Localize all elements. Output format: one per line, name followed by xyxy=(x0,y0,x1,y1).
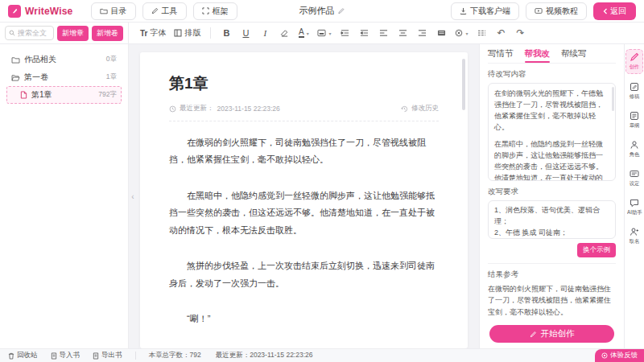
chapter-meta: 最近更新： 2023-11-15 22:23:26 修改历史 xyxy=(169,104,439,121)
tab-help-continue[interactable]: 帮续写 xyxy=(561,44,587,63)
card-icon xyxy=(630,169,639,179)
line-spacing-button[interactable] xyxy=(473,25,490,41)
indent-decrease-icon xyxy=(360,29,369,37)
folder-open-icon xyxy=(11,74,20,81)
underline-button[interactable]: U xyxy=(237,25,254,41)
ai-assist-panel: 写情节 帮我改 帮续写 待改写内容 在剑的微弱火光的照耀下，午德勉强挡住了一刀，… xyxy=(479,44,624,348)
catalog-button[interactable]: 目录 xyxy=(91,2,136,20)
chapter-sidebar: 作品相关 0章 第一卷 1章 第1章 792字 xyxy=(0,44,129,348)
person-icon xyxy=(630,140,639,150)
search-input[interactable] xyxy=(18,29,50,37)
sidebar-item-related[interactable]: 作品相关 0章 xyxy=(6,51,122,68)
textarea-scrollbar[interactable] xyxy=(612,87,614,111)
layout-button[interactable]: 排版 xyxy=(171,25,204,41)
recycle-bin-button[interactable]: 回收站 xyxy=(8,351,38,360)
history-link[interactable]: 修改历史 xyxy=(411,104,439,113)
rail-item-naming[interactable]: 取名 xyxy=(625,224,643,248)
trash-icon xyxy=(8,352,14,360)
rail-item-outline[interactable]: 章纲 xyxy=(625,109,643,132)
doc-edit-icon xyxy=(630,82,639,92)
rewrite-source-textarea[interactable]: 在剑的微弱火光的照耀下，午德勉强挡住了一刀，尽管视线被阻挡，他紧紧握住宝剑，毫不… xyxy=(488,83,616,181)
updated-time: 2023-11-15 22:23:26 xyxy=(217,105,280,113)
chevron-down-icon: ▾ xyxy=(307,31,309,36)
doc-list-icon xyxy=(630,111,639,121)
add-chapter-button[interactable]: 新增章 xyxy=(57,26,89,41)
requirements-textarea[interactable]: 1、润色段落、语句优美、逻辑合理； 2、午德 换成 司徒南； 3、打斗桥段华丽无… xyxy=(488,200,616,239)
chapter-body[interactable]: 在微弱的剑火照耀下，司徒南勉强挡住了一刀，尽管视线被阻挡，他紧紧握住宝剑，毫不敢… xyxy=(169,121,439,348)
download-client-button[interactable]: 下载客户端 xyxy=(451,2,519,20)
rail-item-settings[interactable]: 设定 xyxy=(625,167,643,190)
toolbar-divider xyxy=(210,27,211,39)
assist-tabs: 写情节 帮我改 帮续写 xyxy=(488,44,616,64)
chevron-down-icon: ▾ xyxy=(328,31,331,36)
editor-scrollbar[interactable] xyxy=(462,59,465,110)
highlight-icon xyxy=(317,29,326,37)
rail-item-characters[interactable]: 角色 xyxy=(625,138,643,161)
frame-button[interactable]: 框架 xyxy=(193,2,237,20)
editor-page[interactable]: 第1章 最近更新： 2023-11-15 22:23:26 修改历史 在微弱的剑… xyxy=(140,52,468,348)
folder-icon xyxy=(100,7,108,14)
change-example-button[interactable]: 换个示例 xyxy=(577,243,616,257)
word-count: 792字 xyxy=(98,90,117,100)
indent-decrease-button[interactable] xyxy=(355,25,373,41)
content-row: 作品相关 0章 第一卷 1章 第1章 792字 ‹ 第1章 最 xyxy=(0,44,644,348)
paragraph: “唰！” xyxy=(169,311,439,327)
result-reference: 在微弱的剑火照耀下，司徒南勉强挡住了一刀，尽管视线被阻挡，他紧紧握住宝剑，毫不敢… xyxy=(488,283,616,321)
highlight-button[interactable]: ▾ xyxy=(314,25,334,41)
bold-button[interactable]: B xyxy=(217,25,235,41)
tab-help-rewrite[interactable]: 帮我改 xyxy=(525,44,551,63)
edit-title-icon[interactable] xyxy=(338,7,345,14)
start-create-button[interactable]: 开始创作 xyxy=(489,325,614,343)
align-right-button[interactable] xyxy=(413,25,431,41)
font-color-icon: A xyxy=(299,28,304,38)
collapse-sidebar-handle[interactable]: ‹ xyxy=(129,183,137,210)
doc-title-area: 示例作品 xyxy=(299,5,345,17)
indent-increase-button[interactable] xyxy=(336,25,353,41)
chapter-title: 第1章 xyxy=(169,73,439,94)
undo-button[interactable]: ↶ xyxy=(492,25,510,41)
tab-write-plot[interactable]: 写情节 xyxy=(488,44,514,63)
pen-icon xyxy=(530,331,537,338)
align-center-button[interactable] xyxy=(394,25,411,41)
export-book-button[interactable]: 导出书 xyxy=(93,351,122,360)
person-tag-icon xyxy=(630,227,639,237)
import-book-button[interactable]: 导入书 xyxy=(51,351,80,360)
sidebar-item-volume-1[interactable]: 第一卷 1章 xyxy=(6,68,122,86)
font-button[interactable]: Tr 字体 xyxy=(137,25,169,41)
add-volume-button[interactable]: 新增卷 xyxy=(92,26,123,41)
align-left-button[interactable] xyxy=(374,25,392,41)
download-icon xyxy=(460,7,467,15)
search-box xyxy=(5,26,54,40)
updated-time-value: 2023-11-15 22:23:26 xyxy=(250,351,312,359)
sidebar-item-chapter-1[interactable]: 第1章 792字 xyxy=(6,86,122,104)
redo-button[interactable]: ↷ xyxy=(511,25,529,41)
logo-icon xyxy=(8,5,21,18)
align-center-icon xyxy=(398,29,407,37)
chapter-count: 0章 xyxy=(106,55,117,64)
clock-icon xyxy=(169,105,176,113)
font-color-button[interactable]: A ▾ xyxy=(295,25,312,41)
line-spacing-icon xyxy=(477,29,486,37)
logo-text: WriteWise xyxy=(25,6,73,17)
back-button[interactable]: 返回 xyxy=(593,2,636,20)
chevron-down-icon: ▾ xyxy=(465,31,468,36)
format-painter-button[interactable] xyxy=(275,25,293,41)
italic-button[interactable]: I xyxy=(256,25,274,41)
video-tutorial-button[interactable]: 视频教程 xyxy=(526,2,587,20)
chevron-left-icon xyxy=(603,8,608,14)
chapter-count: 1章 xyxy=(106,72,117,82)
feedback-button[interactable]: 体验反馈 xyxy=(595,349,644,362)
clear-format-button[interactable]: ▾ xyxy=(452,25,471,41)
top-header: WriteWise 目录 工具 框架 示例作品 下载客户端 xyxy=(0,0,644,23)
rail-item-revise[interactable]: 修稿 xyxy=(625,80,643,103)
background-fill-button[interactable] xyxy=(432,25,450,41)
align-right-icon xyxy=(418,29,427,37)
status-bar: 回收站 导入书 导出书 本章总字数：792 最近更新：2023-11-15 22… xyxy=(0,348,644,362)
frame-icon xyxy=(202,7,209,14)
tools-button[interactable]: 工具 xyxy=(142,2,187,20)
font-icon: Tr xyxy=(140,29,147,38)
rail-item-create[interactable]: 创作 xyxy=(625,49,643,74)
panel-divider xyxy=(488,263,616,264)
rail-item-ai-assistant[interactable]: AI助手 xyxy=(625,195,643,219)
chat-icon xyxy=(630,198,639,208)
